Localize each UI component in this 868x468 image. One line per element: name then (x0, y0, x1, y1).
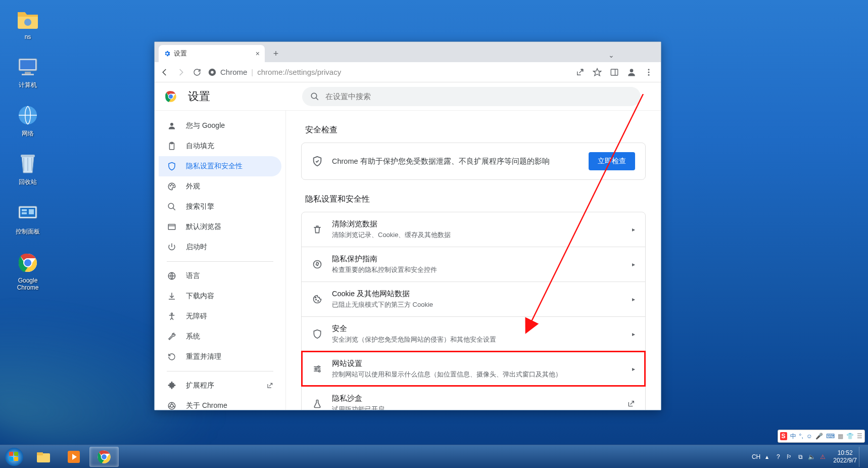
ime-emoji-icon[interactable]: ☺ (806, 433, 812, 440)
tab-close-icon[interactable]: × (256, 50, 260, 58)
sidebar-item-default-browser[interactable]: 默认浏览器 (159, 217, 281, 237)
show-desktop-button[interactable] (859, 447, 864, 467)
svg-rect-4 (22, 74, 34, 75)
sidebar-item-languages[interactable]: 语言 (159, 266, 281, 286)
start-button[interactable] (0, 445, 28, 469)
address-url: chrome://settings/privacy (257, 68, 341, 76)
reload-button[interactable] (192, 67, 202, 77)
desktop-icon-controlpanel[interactable]: 控制面板 (8, 201, 47, 236)
sidebar-item-appearance[interactable]: 外观 (159, 176, 281, 197)
sidebar-item-about[interactable]: 关于 Chrome (159, 396, 281, 410)
svg-rect-9 (22, 209, 27, 211)
ime-skin-icon[interactable]: ▦ (838, 433, 843, 440)
trash-icon (312, 224, 323, 235)
sidebar-item-extensions[interactable]: 扩展程序 (159, 376, 281, 396)
section-privacy: 隐私设置和安全性 (305, 194, 646, 205)
tray-action-center-icon[interactable]: 🏳 (785, 452, 794, 461)
desktop-icon-label: Google Chrome (8, 277, 47, 291)
back-button[interactable] (160, 67, 170, 77)
sidebar-item-downloads[interactable]: 下载内容 (159, 286, 281, 306)
chrome-icon (167, 401, 177, 410)
svg-point-35 (171, 313, 173, 314)
ime-menu-icon[interactable]: ☰ (857, 433, 862, 440)
sidebar-item-privacy[interactable]: 隐私设置和安全性 (159, 156, 281, 176)
tray-volume-icon[interactable]: 🔈 (807, 452, 816, 461)
tray-chevron-up-icon[interactable]: ▴ (762, 452, 771, 461)
ime-toolbar[interactable]: S 中 °, ☺ 🎤 ⌨ ▦ 👕 ☰ (778, 430, 865, 443)
person-icon (167, 121, 177, 130)
sidebar-item-accessibility[interactable]: 无障碍 (159, 306, 281, 326)
chevron-right-icon: ▸ (632, 226, 635, 233)
ime-toolbox-icon[interactable]: 👕 (846, 433, 854, 440)
tune-icon (312, 364, 323, 374)
sidebar-item-startup[interactable]: 启动时 (159, 237, 281, 257)
row-cookies[interactable]: Cookie 及其他网站数据 已阻止无痕模式下的第三方 Cookie ▸ (302, 282, 645, 316)
tray-alert-icon[interactable]: ⚠ (818, 452, 827, 461)
taskbar-explorer[interactable] (29, 447, 58, 467)
settings-search-input[interactable] (325, 92, 633, 101)
settings-search[interactable] (302, 87, 641, 106)
row-title: 网站设置 (332, 359, 623, 368)
sidebar-item-reset[interactable]: 重置并清理 (159, 347, 281, 367)
svg-point-38 (314, 261, 321, 268)
row-desc: 控制网站可以使用和显示什么信息（如位置信息、摄像头、弹出式窗口及其他） (332, 370, 623, 379)
tray-date: 2022/9/7 (833, 457, 857, 464)
external-link-icon (266, 382, 273, 389)
folder-icon (16, 7, 40, 31)
sidebar-item-search[interactable]: 搜索引擎 (159, 197, 281, 217)
ime-punctuation-icon[interactable]: °, (799, 433, 803, 440)
row-privacy-sandbox[interactable]: 隐私沙盒 试用版功能已开启 (302, 386, 645, 410)
extension-icon (167, 381, 177, 390)
row-desc: 试用版功能已开启 (332, 405, 618, 410)
chevron-right-icon: ▸ (632, 331, 635, 338)
sidepanel-icon[interactable] (609, 67, 619, 77)
tab-settings[interactable]: 设置 × (159, 45, 265, 62)
svg-point-37 (170, 404, 173, 407)
tray-lang[interactable]: CH (752, 453, 760, 460)
sidebar-separator (167, 371, 273, 371)
settings-title: 设置 (188, 89, 210, 104)
tab-list-button[interactable]: ⌄ (608, 51, 614, 59)
new-tab-button[interactable]: + (269, 46, 283, 61)
sidebar-label: 关于 Chrome (186, 401, 227, 410)
desktop-icon-network[interactable]: 网络 (8, 103, 47, 138)
check-now-button[interactable]: 立即检查 (589, 152, 635, 170)
tray-clock[interactable]: 10:52 2022/9/7 (833, 449, 857, 464)
desktop-icon-recycle[interactable]: 回收站 (8, 152, 47, 186)
bookmark-icon[interactable] (592, 67, 602, 77)
taskbar-media-player[interactable] (59, 447, 88, 467)
svg-point-29 (170, 185, 171, 186)
row-site-settings[interactable]: 网站设置 控制网站可以使用和显示什么信息（如位置信息、摄像头、弹出式窗口及其他）… (302, 351, 645, 386)
tray-network-icon[interactable]: ⧉ (796, 452, 805, 461)
menu-icon[interactable] (644, 67, 654, 77)
shield-icon (167, 162, 177, 171)
sidebar-item-you-and-google[interactable]: 您与 Google (159, 116, 281, 136)
ime-keyboard-icon[interactable]: ⌨ (826, 433, 835, 440)
desktop-icon-ns[interactable]: ns (8, 7, 47, 40)
settings-header: 设置 (155, 82, 661, 111)
forward-button[interactable] (176, 67, 186, 77)
svg-point-16 (211, 71, 214, 74)
share-icon[interactable] (575, 67, 585, 77)
desktop-icon-label: ns (8, 33, 47, 40)
row-clear-browsing-data[interactable]: 清除浏览数据 清除浏览记录、Cookie、缓存及其他数据 ▸ (302, 212, 645, 247)
taskbar-chrome[interactable] (89, 447, 119, 467)
desktop-icon-computer[interactable]: 计算机 (8, 55, 47, 89)
ime-sogou-icon: S (780, 432, 787, 440)
ime-voice-icon[interactable]: 🎤 (815, 433, 823, 440)
row-security[interactable]: 安全 安全浏览（保护您免受危险网站的侵害）和其他安全设置 ▸ (302, 316, 645, 351)
ime-lang-indicator[interactable]: 中 (790, 432, 796, 441)
desktop-icon-chrome[interactable]: Google Chrome (8, 251, 47, 291)
chevron-right-icon: ▸ (632, 261, 635, 268)
profile-icon[interactable] (626, 67, 637, 77)
sidebar-item-system[interactable]: 系统 (159, 326, 281, 347)
chrome-icon (16, 251, 40, 275)
row-privacy-guide[interactable]: 隐私保护指南 检查重要的隐私控制设置和安全控件 ▸ (302, 247, 645, 282)
sidebar-item-autofill[interactable]: 自动填充 (159, 136, 281, 156)
wrench-icon (167, 332, 177, 341)
safety-check-card: Chrome 有助于保护您免受数据泄露、不良扩展程序等问题的影响 立即检查 (301, 143, 646, 180)
chrome-window: — ▢ ✕ 设置 × + ⌄ Chrome | chro (154, 41, 661, 410)
address-bar[interactable]: Chrome | chrome://settings/privacy (208, 66, 569, 78)
row-desc: 清除浏览记录、Cookie、缓存及其他数据 (332, 230, 623, 240)
tray-help-icon[interactable]: ? (774, 452, 783, 461)
